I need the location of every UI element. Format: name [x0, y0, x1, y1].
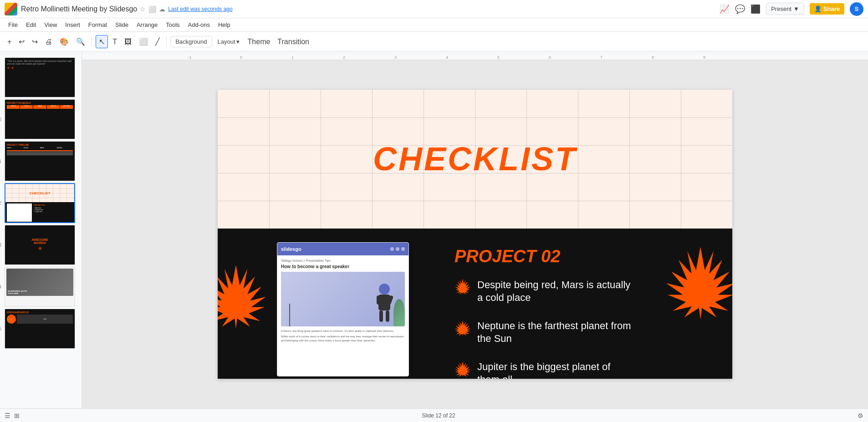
slide-thumb-11[interactable]: 11 PROJECT TIMELINE EARTH VENUS MARS SAT…: [5, 141, 77, 181]
grid-h-4: [218, 201, 732, 201]
preview-dot-1: [390, 247, 394, 251]
menu-file[interactable]: File: [5, 20, 21, 30]
folder-icon[interactable]: ⬜: [148, 5, 156, 13]
transition-button[interactable]: Transition: [275, 36, 312, 48]
grid-h-1: [218, 117, 732, 118]
text-button[interactable]: T: [110, 36, 120, 48]
menu-help[interactable]: Help: [214, 20, 234, 30]
image-button[interactable]: 🖼: [122, 36, 134, 48]
menu-insert[interactable]: Insert: [61, 20, 84, 30]
slide-canvas: CHECKLIST: [218, 90, 732, 379]
shape-button[interactable]: ⬜: [136, 36, 151, 48]
layout-button[interactable]: Layout▾: [214, 36, 243, 47]
slide-thumb-12[interactable]: 12 CHECKLIST PROJECT 02 ✳ Mars fact ✳ Ne…: [5, 183, 77, 223]
preview-text2: While much of it comes down to their con…: [281, 335, 405, 342]
menu-arrange[interactable]: Arrange: [133, 20, 161, 30]
menu-bar: File Edit View Insert Format Slide Arran…: [0, 18, 868, 32]
slide-thumb-9[interactable]: 9 "This is a quote, little full of wisdo…: [5, 57, 77, 97]
list-view-icon[interactable]: ☰: [5, 412, 10, 419]
slide-thumb-15[interactable]: 15 KPIDASHBOARD 02 V chart: [5, 309, 77, 349]
title-area: Retro Mollinetti Meeting by Slidesgo ☆ ⬜…: [21, 5, 716, 13]
grid-v-8: [629, 90, 630, 229]
separator-1: [92, 36, 92, 47]
preview-controls: [390, 247, 405, 251]
present-label: Present: [771, 5, 791, 12]
share-button[interactable]: 👤 Share: [810, 3, 844, 15]
zoom-button[interactable]: 🔍: [73, 36, 88, 48]
checklist-item-3: Jupiter is the biggest planet of them al…: [454, 361, 632, 379]
svg-marker-9: [454, 320, 470, 336]
grid-v-3: [372, 90, 373, 229]
item2-text: Neptune is the farthest planet from the …: [477, 320, 632, 346]
canvas-area: -1 0 1 2 3 4 5 6 7 8 9: [82, 52, 868, 408]
slide-thumb-img-15: KPIDASHBOARD 02 V chart: [5, 309, 75, 349]
canvas-scroll[interactable]: CHECKLIST: [82, 60, 868, 408]
menu-view[interactable]: View: [41, 20, 61, 30]
cursor-button[interactable]: ↖: [96, 35, 108, 48]
print-button[interactable]: 🖨: [42, 36, 55, 48]
grid-v-2: [321, 90, 321, 229]
present-dropdown-icon[interactable]: ▼: [793, 5, 799, 12]
svg-marker-0: [218, 265, 266, 329]
slide-preview-image[interactable]: slidesgo Slidego School > Presentation T…: [277, 242, 409, 376]
slide-thumb-img-12: CHECKLIST PROJECT 02 ✳ Mars fact ✳ Neptu…: [5, 183, 75, 223]
background-button[interactable]: Background: [170, 36, 212, 47]
preview-dot-2: [396, 247, 399, 251]
slide-thumb-img-10: PROJECT SCHEDULE EARTH VENUS MARS SATURN…: [5, 99, 75, 139]
project-title[interactable]: PROJECT 02: [454, 247, 560, 266]
autosave-link[interactable]: Last edit was seconds ago: [168, 6, 232, 12]
comments-icon[interactable]: 💬: [735, 4, 745, 14]
preview-body: Slidego School > Presentation Tips How t…: [277, 255, 408, 346]
accessibility-icon[interactable]: ⚙: [858, 412, 863, 419]
cloud-icon[interactable]: ☁: [159, 5, 165, 13]
menu-addons[interactable]: Add-ons: [184, 20, 214, 30]
item1-text: Despite being red, Mars is actually a co…: [477, 279, 632, 305]
deco-starburst-left: [218, 265, 268, 329]
analytics-icon[interactable]: 📈: [720, 4, 730, 14]
svg-marker-10: [454, 361, 470, 377]
main-area: 9 "This is a quote, little full of wisdo…: [0, 52, 868, 408]
checklist-title[interactable]: CHECKLIST: [373, 140, 577, 178]
star-icon[interactable]: ☆: [140, 5, 146, 13]
share-icon: 👤: [814, 5, 822, 12]
present-button[interactable]: Present ▼: [766, 3, 804, 15]
checklist-item-2: Neptune is the farthest planet from the …: [454, 320, 632, 346]
share-label: Share: [823, 5, 840, 12]
slide-thumb-img-13: AWESOMEWORDS ✳: [5, 225, 75, 265]
paint-format-button[interactable]: 🎨: [57, 36, 71, 48]
preview-breadcrumb: Slidego School > Presentation Tips: [281, 259, 405, 262]
undo-button[interactable]: ↩: [16, 36, 27, 48]
theme-button[interactable]: Theme: [245, 36, 273, 48]
preview-logo: slidesgo: [281, 246, 301, 252]
grid-v-1: [269, 90, 270, 229]
starburst-icon-2: [454, 320, 471, 336]
menu-edit[interactable]: Edit: [22, 20, 40, 30]
toolbar: + ↩ ↪ 🖨 🎨 🔍 ↖ T 🖼 ⬜ ╱ Background Layout▾…: [0, 32, 868, 52]
menu-tools[interactable]: Tools: [162, 20, 183, 30]
svg-rect-6: [379, 310, 383, 322]
horizontal-ruler: -1 0 1 2 3 4 5 6 7 8 9: [82, 52, 868, 60]
redo-button[interactable]: ↪: [29, 36, 41, 48]
avatar[interactable]: S: [850, 2, 863, 16]
grid-view-icon[interactable]: ⊞: [14, 412, 20, 419]
svg-rect-7: [386, 310, 389, 322]
add-button[interactable]: +: [5, 36, 14, 48]
slide-thumb-img-9: "This is a quote, little full of wisdom …: [5, 57, 75, 97]
svg-rect-4: [377, 295, 380, 305]
slide-thumb-10[interactable]: 10 PROJECT SCHEDULE EARTH VENUS MARS SAT…: [5, 99, 77, 139]
checklist-item-1: Despite being red, Mars is actually a co…: [454, 279, 632, 305]
starburst-icon-3: [454, 361, 471, 377]
preview-dot-3: [401, 247, 405, 251]
line-button[interactable]: ╱: [153, 36, 163, 48]
menu-format[interactable]: Format: [85, 20, 111, 30]
slide-num-13: 13: [0, 243, 1, 248]
slide-num-11: 11: [0, 159, 1, 164]
google-slides-icon: [5, 3, 17, 15]
document-title: Retro Mollinetti Meeting by Slidesgo: [21, 5, 137, 13]
menu-slide[interactable]: Slide: [112, 20, 132, 30]
item3-text: Jupiter is the biggest planet of them al…: [477, 361, 632, 379]
slide-thumb-13[interactable]: 13 AWESOMEWORDS ✳: [5, 225, 77, 265]
slides-view-icon[interactable]: ⬛: [751, 4, 761, 14]
slide-thumb-14[interactable]: 14 AN INSPIRING QUOTEGOES HERE: [5, 267, 77, 307]
preview-text1: If there's one thing great speakers have…: [281, 329, 405, 333]
